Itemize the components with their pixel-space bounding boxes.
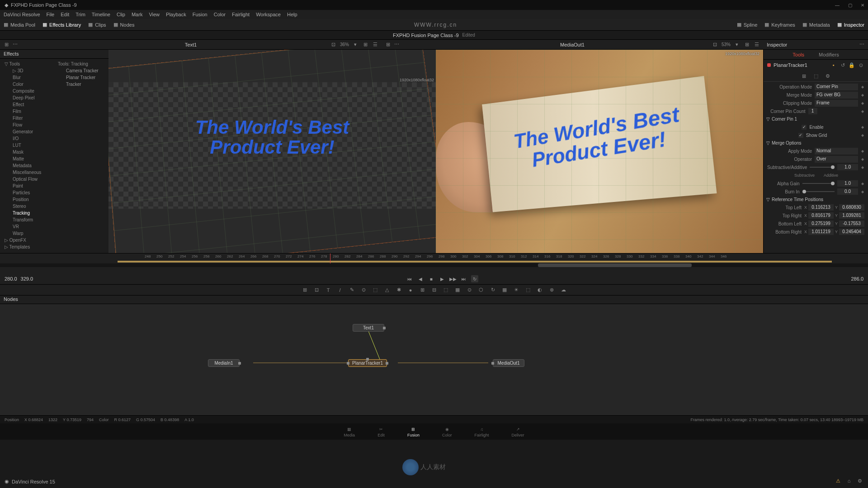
tree-item-position[interactable]: Position — [0, 196, 54, 203]
node-planartracker1[interactable]: PlanarTracker1 — [348, 359, 387, 367]
tool-icon-4[interactable]: ✎ — [348, 286, 355, 294]
spline-button[interactable]: ▦Spline — [737, 22, 758, 28]
tool-icon-12[interactable]: ⬚ — [442, 286, 449, 294]
menu-clip[interactable]: Clip — [117, 12, 125, 17]
tree-item-vr[interactable]: VR — [0, 223, 54, 230]
tree-item-stereo[interactable]: Stereo — [0, 203, 54, 210]
prev-frame-button[interactable]: ◀ — [417, 275, 424, 282]
tree-item-deep-pixel[interactable]: Deep Pixel — [0, 94, 54, 101]
topright-x[interactable]: 0.816179 — [808, 212, 834, 219]
effect-item-tracker[interactable]: Tracker — [56, 81, 107, 88]
viewer1-opt2-icon[interactable]: ⊞ — [362, 41, 369, 48]
menu-view[interactable]: View — [149, 12, 160, 17]
media-pool-button[interactable]: ▦Media Pool — [4, 22, 35, 28]
menu-davinci-resolve[interactable]: DaVinci Resolve — [4, 12, 40, 17]
tool-icon-11[interactable]: ⊟ — [430, 286, 438, 294]
menu-playback[interactable]: Playback — [166, 12, 186, 17]
inspector-tab-tools[interactable]: Tools — [790, 51, 807, 58]
menu-workspace[interactable]: Workspace — [256, 12, 281, 17]
viewer2-opt3-icon[interactable]: ☰ — [753, 41, 760, 48]
settings-icon[interactable]: ⚙ — [856, 477, 863, 484]
page-tab-media[interactable]: ▦Media — [344, 426, 355, 437]
menu-help[interactable]: Help — [287, 12, 297, 17]
page-tab-fairlight[interactable]: ♫Fairlight — [475, 426, 489, 437]
loop-button[interactable]: ↻ — [471, 275, 478, 282]
clipping-mode-select[interactable]: Frame — [815, 100, 858, 107]
tool-icon-10[interactable]: ⊞ — [419, 286, 426, 294]
topleft-y[interactable]: 0.680830 — [839, 204, 864, 211]
clips-button[interactable]: ▦Clips — [88, 22, 106, 28]
viewer1-fit-icon[interactable]: ⊡ — [330, 41, 337, 48]
tool-icon-6[interactable]: ⬚ — [372, 286, 379, 294]
keyframe-icon[interactable]: ◆ — [861, 85, 864, 89]
inspector-tab-modifiers[interactable]: Modifiers — [816, 51, 842, 58]
tool-icon-1[interactable]: ⊡ — [313, 286, 320, 294]
start-frame[interactable]: 280.0 — [5, 276, 17, 282]
tree-item-filter[interactable]: Filter — [0, 115, 54, 122]
tree-item-composite[interactable]: Composite — [0, 88, 54, 94]
menu-timeline[interactable]: Timeline — [92, 12, 110, 17]
viewer2[interactable]: 1920x1080xfloat32 The World's Best Produ… — [436, 50, 763, 253]
keyframe-icon[interactable]: ◆ — [861, 125, 864, 129]
menu-color[interactable]: Color — [214, 12, 226, 17]
bottomleft-x[interactable]: 0.275199 — [808, 221, 834, 227]
alphagain-slider[interactable] — [802, 183, 835, 184]
topright-y[interactable]: 1.039281 — [839, 212, 864, 219]
tool-icon-2[interactable]: T — [325, 286, 332, 294]
operator-select[interactable]: Over — [815, 156, 858, 163]
nodes-button[interactable]: ▦Nodes — [113, 22, 135, 28]
topleft-x[interactable]: 0.116213 — [808, 204, 834, 211]
tree-item-film[interactable]: Film — [0, 108, 54, 115]
tree-item-i-o[interactable]: I/O — [0, 135, 54, 142]
keyframe-icon[interactable]: ◆ — [861, 157, 864, 161]
inspector-button[interactable]: ▦Inspector — [837, 22, 864, 28]
viewer2-zoom[interactable]: 53% — [722, 42, 731, 47]
inspector-reset-icon[interactable]: ⊙ — [857, 61, 864, 69]
menu-fairlight[interactable]: Fairlight — [232, 12, 250, 17]
tool-icon-18[interactable]: ☀ — [513, 286, 520, 294]
minimize-button[interactable]: — — [834, 2, 841, 8]
node-graph[interactable]: Text1 MediaIn1 PlanarTracker1 MediaOut1 — [0, 304, 868, 415]
page-tab-edit[interactable]: ✂Edit — [377, 426, 385, 437]
page-tab-color[interactable]: ◉Color — [442, 426, 452, 437]
menu-file[interactable]: File — [47, 12, 55, 17]
burnin-slider[interactable] — [802, 191, 835, 192]
viewer2-opt1-icon[interactable]: ▾ — [733, 41, 741, 48]
keyframe-icon[interactable]: ◆ — [861, 165, 864, 169]
burnin-value[interactable]: 0.0 — [837, 188, 858, 195]
inspector-version-icon[interactable]: ↺ — [839, 61, 846, 69]
page-tab-deliver[interactable]: ↗Deliver — [512, 426, 524, 437]
tool-icon-14[interactable]: ⊙ — [466, 286, 473, 294]
current-frame[interactable]: 286.0 — [851, 276, 863, 282]
keyframe-icon[interactable]: ◆ — [861, 101, 864, 105]
tool-icon-19[interactable]: ⬚ — [524, 286, 532, 294]
tree-item-optical-flow[interactable]: Optical Flow — [0, 176, 54, 183]
tree-item-effect[interactable]: Effect — [0, 101, 54, 108]
keyframe-icon[interactable]: ◆ — [861, 149, 864, 153]
viewer2-fit-icon[interactable]: ⊡ — [712, 41, 719, 48]
bottomright-y[interactable]: 0.245404 — [839, 229, 864, 235]
effect-item-planar-tracker[interactable]: Planar Tracker — [56, 74, 107, 81]
play-button[interactable]: ▶ — [439, 275, 446, 282]
viewer1-opt3-icon[interactable]: ☰ — [372, 41, 379, 48]
menu-edit[interactable]: Edit — [61, 12, 69, 17]
merge-mode-select[interactable]: FG over BG — [815, 92, 858, 99]
keyframe-icon[interactable]: ◆ — [861, 93, 864, 97]
tree-item-transform[interactable]: Transform — [0, 216, 54, 223]
collapse-icon[interactable]: ▽ — [766, 117, 770, 122]
next-frame-button[interactable]: ▶▶ — [449, 275, 457, 282]
inspector-lock-icon[interactable]: 🔒 — [848, 61, 855, 69]
timeline-ruler[interactable]: 2482502522542562582602622642662682702722… — [0, 253, 868, 263]
viewer1-zoom[interactable]: 36% — [340, 42, 349, 47]
inspector-tab1-icon[interactable]: ⊞ — [801, 72, 808, 80]
tool-icon-20[interactable]: ◐ — [536, 286, 543, 294]
alphagain-value[interactable]: 1.0 — [837, 180, 858, 187]
menu-trim[interactable]: Trim — [75, 12, 85, 17]
home-icon[interactable]: ⌂ — [845, 477, 853, 484]
effects-library-button[interactable]: ▦Effects Library — [42, 22, 81, 28]
tree-item-miscellaneous[interactable]: Miscellaneous — [0, 169, 54, 176]
node-mediain1[interactable]: MediaIn1 — [208, 359, 240, 367]
collapse-icon[interactable]: ▽ — [766, 197, 770, 202]
tool-icon-16[interactable]: ↻ — [489, 286, 496, 294]
tool-icon-22[interactable]: ☁ — [560, 286, 567, 294]
